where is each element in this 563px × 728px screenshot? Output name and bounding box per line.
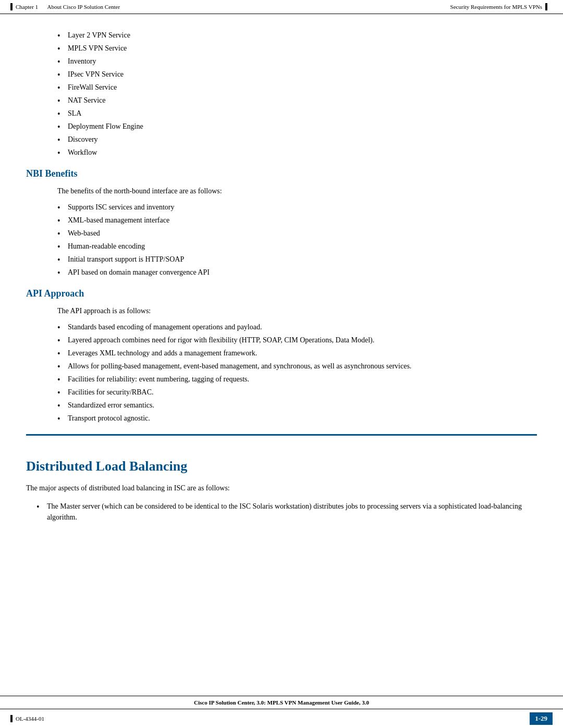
header-title: About Cisco IP Solution Center <box>47 4 120 10</box>
footer-page-number: 1-29 <box>530 712 553 725</box>
list-item: IPsec VPN Service <box>57 69 537 80</box>
api-approach-intro: The API approach is as follows: <box>26 305 537 316</box>
list-item: Workflow <box>57 147 537 158</box>
footer-center-text: Cisco IP Solution Center, 3.0: MPLS VPN … <box>0 696 563 709</box>
list-item: Layered approach combines need for rigor… <box>57 335 537 346</box>
list-item: Initial transport support is HTTP/SOAP <box>57 254 537 265</box>
list-item: FireWall Service <box>57 82 537 93</box>
list-item: Standardized error semantics. <box>57 400 537 411</box>
list-item: Standards based encoding of management o… <box>57 322 537 332</box>
chapter-label: Chapter 1 <box>16 4 38 10</box>
list-item: Transport protocol agnostic. <box>57 413 537 424</box>
header-left: Chapter 1 About Cisco IP Solution Center <box>10 3 120 10</box>
list-item: Allows for polling-based management, eve… <box>57 361 537 372</box>
main-content: Layer 2 VPN Service MPLS VPN Service Inv… <box>0 14 563 549</box>
top-bullet-list: Layer 2 VPN Service MPLS VPN Service Inv… <box>26 30 537 158</box>
distributed-load-balancing-list: The Master server (which can be consider… <box>26 501 537 523</box>
list-item: Facilities for reliability: event number… <box>57 374 537 385</box>
header-left-bar-icon <box>10 3 13 10</box>
footer-ol-label: OL-4344-01 <box>16 715 44 722</box>
list-item: Deployment Flow Engine <box>57 121 537 132</box>
nbi-benefits-section: NBI Benefits The benefits of the north-b… <box>26 168 537 278</box>
list-item: The Master server (which can be consider… <box>36 501 537 523</box>
header-right-label: Security Requirements for MPLS VPNs <box>450 4 542 10</box>
list-item: API based on domain manager convergence … <box>57 267 537 278</box>
footer-left-bar-icon <box>10 715 13 722</box>
list-item: Supports ISC services and inventory <box>57 202 537 213</box>
header-right-bar-icon <box>545 3 547 10</box>
list-item: Inventory <box>57 56 537 67</box>
footer-bottom: OL-4344-01 1-29 <box>0 709 563 728</box>
header-bar: Chapter 1 About Cisco IP Solution Center… <box>0 0 563 14</box>
list-item: Web-based <box>57 228 537 239</box>
list-item: Human-readable encoding <box>57 241 537 252</box>
nbi-benefits-heading: NBI Benefits <box>26 168 537 179</box>
list-item: SLA <box>57 108 537 119</box>
api-approach-heading: API Approach <box>26 288 537 299</box>
distributed-load-balancing-section: Distributed Load Balancing The major asp… <box>26 434 537 523</box>
list-item: Leverages XML technology and adds a mana… <box>57 348 537 359</box>
nbi-benefits-intro: The benefits of the north-bound interfac… <box>26 186 537 196</box>
list-item: XML-based management interface <box>57 215 537 226</box>
list-item: Facilities for security/RBAC. <box>57 387 537 398</box>
api-approach-section: API Approach The API approach is as foll… <box>26 288 537 424</box>
list-item: MPLS VPN Service <box>57 43 537 54</box>
footer-left: OL-4344-01 <box>10 715 44 722</box>
list-item: Layer 2 VPN Service <box>57 30 537 41</box>
distributed-load-balancing-heading: Distributed Load Balancing <box>26 459 537 474</box>
header-right: Security Requirements for MPLS VPNs <box>450 3 547 10</box>
footer: Cisco IP Solution Center, 3.0: MPLS VPN … <box>0 696 563 728</box>
list-item: NAT Service <box>57 95 537 106</box>
api-approach-list: Standards based encoding of management o… <box>26 322 537 424</box>
nbi-benefits-list: Supports ISC services and inventory XML-… <box>26 202 537 278</box>
distributed-load-balancing-intro: The major aspects of distributed load ba… <box>26 483 537 493</box>
list-item: Discovery <box>57 134 537 145</box>
page: Chapter 1 About Cisco IP Solution Center… <box>0 0 563 728</box>
